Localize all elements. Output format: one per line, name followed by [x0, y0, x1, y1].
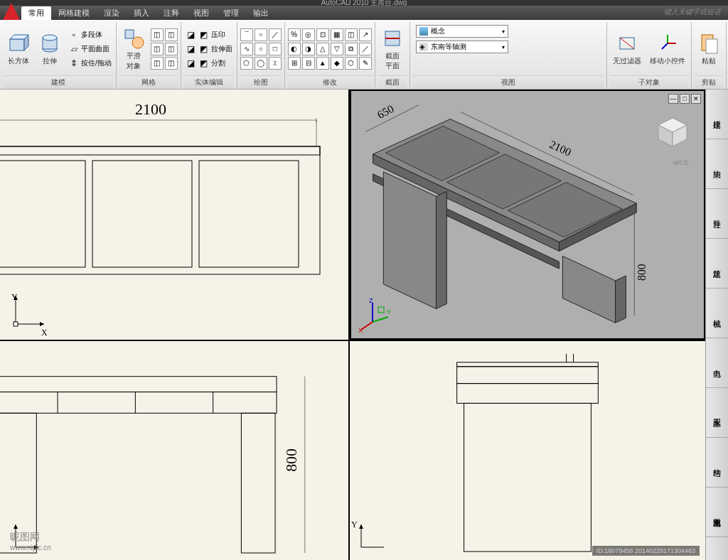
section-button[interactable]: 截面 平面 [378, 26, 407, 72]
polysolid-icon: ▫ [68, 29, 80, 41]
group-clipboard-label: 剪贴 [695, 75, 723, 89]
mesh-tool-icon[interactable]: ◫ [165, 28, 178, 41]
minimize-icon[interactable]: — [668, 94, 678, 104]
draw-tool-icon[interactable]: ／ [269, 28, 282, 41]
app-icon[interactable] [3, 3, 20, 20]
view-direction-dropdown[interactable]: ◈东南等轴测 [416, 41, 508, 53]
viewport-iso[interactable]: — □ ✕ WCS 650 2100 800 [350, 90, 705, 340]
svg-point-7 [132, 37, 144, 48]
draw-tool-icon[interactable]: ٪ [269, 57, 282, 70]
tab-output[interactable]: 输出 [246, 6, 276, 20]
draw-tool-icon[interactable]: ∿ [240, 43, 253, 55]
viewport-side[interactable]: 800 [0, 341, 348, 560]
mesh-tool-icon[interactable]: ◫ [151, 57, 164, 70]
mesh-tool-icon[interactable]: ◫ [151, 28, 164, 41]
group-mesh: 平滑 对象 ◫ ◫ ◫ ◫ ◫ ◫ 网格 [117, 22, 181, 89]
viewport-right[interactable]: Y [350, 341, 705, 560]
viewport-top[interactable]: 2100 Y X [0, 90, 348, 340]
wcs-label: WCS [673, 159, 688, 166]
close-icon[interactable]: ✕ [691, 94, 701, 104]
side-tab[interactable]: 图案填充 [706, 488, 728, 537]
svg-rect-26 [199, 161, 299, 267]
draw-tool-icon[interactable]: ○ [255, 43, 267, 55]
draw-tool-icon[interactable]: ◯ [255, 57, 267, 70]
ucs-icon [354, 519, 390, 557]
presspull-button[interactable]: ⇕按住/拖动 [67, 57, 113, 70]
modify-tool-icon[interactable]: ▲ [316, 57, 329, 70]
tab-mesh[interactable]: 网格建模 [51, 6, 97, 20]
filter-label: 无过滤器 [613, 56, 641, 66]
side-tab[interactable]: 机械 [706, 289, 728, 338]
tab-view[interactable]: 视图 [186, 6, 216, 20]
side-tab[interactable]: 约束 [706, 139, 728, 189]
extrude-button[interactable]: 拉伸 [36, 31, 64, 68]
modify-tool-icon[interactable]: ◑ [302, 43, 315, 55]
imprint-button[interactable]: ◪◩压印 [184, 28, 234, 41]
tab-annotate[interactable]: 注释 [156, 6, 186, 20]
modify-tool-icon[interactable]: △ [316, 43, 329, 55]
modify-tool-icon[interactable]: ⊞ [288, 57, 301, 70]
draw-tool-icon[interactable]: □ [269, 43, 282, 55]
svg-rect-55 [378, 307, 384, 313]
modify-tool-icon[interactable]: ／ [359, 43, 372, 55]
mesh-tool-icon[interactable]: ◫ [151, 43, 164, 55]
mesh-tool-icon[interactable]: ◫ [165, 43, 178, 55]
group-view: 概念 ◈东南等轴测 视图 [410, 22, 607, 89]
gizmo-button[interactable]: 移动小控件 [647, 31, 688, 68]
search-hint[interactable]: 键入关键字或短语 [664, 7, 721, 17]
modify-tool-icon[interactable]: ⬡ [345, 57, 358, 70]
visual-style-dropdown[interactable]: 概念 [416, 25, 508, 38]
modify-tool-icon[interactable]: ⊟ [302, 57, 315, 70]
modify-tool-icon[interactable]: % [288, 28, 301, 41]
filter-button[interactable]: 无过滤器 [610, 31, 644, 68]
side-tab[interactable]: 电力 [706, 338, 728, 388]
svg-line-53 [361, 322, 373, 330]
side-tab[interactable]: 土木工程 [706, 388, 728, 438]
side-tab[interactable]: 建模 [706, 90, 728, 139]
smooth-icon [122, 27, 145, 50]
side-tab[interactable]: 建筑 [706, 239, 728, 289]
tab-render[interactable]: 渲染 [97, 6, 127, 20]
smooth-label: 平滑 对象 [127, 51, 141, 71]
box-button[interactable]: 长方体 [4, 31, 33, 68]
svg-line-51 [373, 317, 388, 322]
tab-home[interactable]: 常用 [21, 6, 51, 20]
viewport-area: 2100 Y X — □ ✕ WCS [0, 90, 705, 560]
paste-button[interactable]: 粘贴 [695, 31, 723, 68]
modify-tool-icon[interactable]: ◫ [345, 28, 358, 41]
split-button[interactable]: ◪◩分割 [184, 57, 234, 70]
modify-tool-icon[interactable]: ◎ [302, 28, 315, 41]
svg-rect-31 [14, 322, 18, 326]
modify-tool-icon[interactable]: ◆ [331, 57, 343, 70]
planar-button[interactable]: ▱平面曲面 [67, 43, 113, 55]
smooth-button[interactable]: 平滑 对象 [119, 26, 148, 72]
extrudeface-button[interactable]: ◪◩拉伸面 [184, 43, 234, 55]
tab-insert[interactable]: 插入 [127, 6, 156, 20]
modify-tool-icon[interactable]: ▽ [331, 43, 343, 55]
svg-marker-48 [616, 276, 626, 323]
svg-rect-57 [0, 377, 277, 392]
polysolid-button[interactable]: ▫多段体 [67, 28, 113, 41]
svg-rect-0 [10, 39, 24, 50]
modify-tool-icon[interactable]: ↗ [359, 28, 372, 41]
side-tab[interactable]: 结构 [706, 438, 728, 488]
mesh-tool-icon[interactable]: ◫ [165, 57, 178, 70]
modify-tool-icon[interactable]: ✎ [359, 57, 372, 70]
modify-tool-icon[interactable]: ▦ [331, 28, 343, 41]
svg-marker-46 [436, 191, 446, 308]
svg-text:Z: Z [369, 297, 373, 304]
viewcube[interactable] [653, 112, 692, 152]
group-solidedit-label: 实体编辑 [184, 75, 234, 89]
modify-tool-icon[interactable]: ⧉ [345, 43, 358, 55]
side-tab[interactable]: 注释 [706, 189, 728, 239]
maximize-icon[interactable]: □ [680, 94, 690, 104]
modify-tool-icon[interactable]: ◐ [288, 43, 301, 55]
draw-tool-icon[interactable]: ⬠ [240, 57, 253, 70]
group-view-label: 视图 [413, 75, 604, 89]
svg-point-5 [43, 35, 57, 41]
draw-tool-icon[interactable]: ⌒ [240, 28, 253, 41]
svg-marker-65 [14, 524, 18, 529]
draw-tool-icon[interactable]: ○ [255, 28, 267, 41]
tab-manage[interactable]: 管理 [216, 6, 246, 20]
modify-tool-icon[interactable]: ⊡ [316, 28, 329, 41]
